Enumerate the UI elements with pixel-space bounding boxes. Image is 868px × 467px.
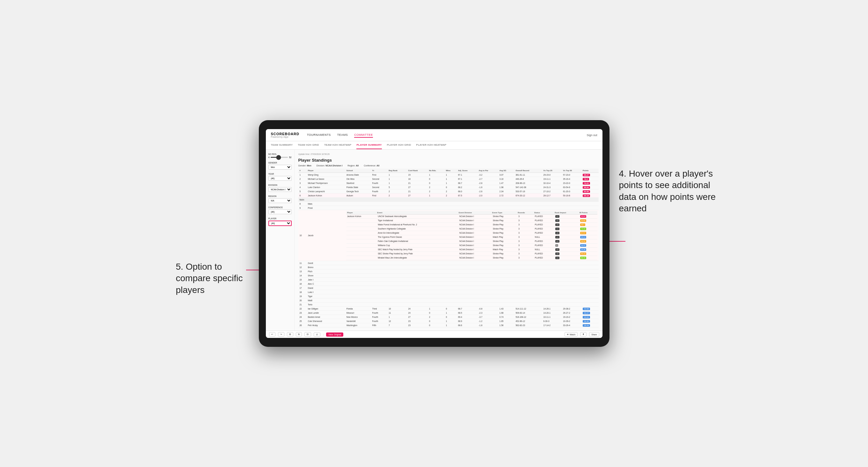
cell-overall: 381-61-11 bbox=[514, 173, 542, 177]
sub-nav-player-h2h-heatmap[interactable]: PLAYER H2H HEATMAP bbox=[416, 141, 446, 149]
col-rank: # bbox=[298, 168, 307, 173]
sub-nav-player-summary[interactable]: PLAYER SUMMARY bbox=[356, 141, 381, 149]
sub-nav-player-h2h-grid[interactable]: PLAYER H2H GRID bbox=[387, 141, 411, 149]
cell-points[interactable]: 88.27 bbox=[582, 173, 598, 177]
redo-button[interactable]: ↪ bbox=[278, 332, 284, 337]
table-row: 4 Luke Clanton Florida State Second 5 27… bbox=[298, 185, 599, 189]
col-no-rds: No Rds. bbox=[428, 168, 445, 173]
filter-division: Division: NCAA Division I bbox=[316, 164, 342, 167]
cell-vs50: 57-23-0 bbox=[562, 173, 582, 177]
sidebar-player-select[interactable]: (All) bbox=[269, 221, 292, 226]
table-row: 11Gordt bbox=[298, 261, 599, 265]
table-row: 1 Wenyi Ding Arizona State First 1 15 1 … bbox=[298, 173, 599, 177]
nav-right: Sign out bbox=[587, 133, 597, 137]
table-row: 13Plich bbox=[298, 269, 599, 274]
sidebar-min: 4 bbox=[269, 156, 270, 158]
sidebar-division: Division NCAA Division I bbox=[269, 184, 292, 192]
col-vs-top25: Vs Top 25 bbox=[542, 168, 562, 173]
share-button[interactable]: Share bbox=[589, 332, 599, 337]
sidebar-player: Player (All) bbox=[269, 217, 292, 226]
logo-title: SCOREBOARD bbox=[271, 132, 299, 136]
sidebar: No Rds. 4 52 Gender Men bbox=[266, 150, 294, 331]
copy-button[interactable]: ⧉ bbox=[296, 332, 302, 337]
cell-adj: 67.1 bbox=[457, 173, 477, 177]
filter-region: Region: All bbox=[347, 164, 359, 167]
table-row: 24 Bastien Amat New Mexico Fourth 1 27 2… bbox=[298, 315, 599, 319]
annotation-right: 4. Hover over a player's points to see a… bbox=[619, 168, 718, 215]
col-adj-score: Adj. Score bbox=[457, 168, 477, 173]
sidebar-division-label: Division bbox=[269, 184, 292, 186]
col-vs-top50: Vs Top 50 bbox=[562, 168, 582, 173]
table-row: 16Alex C bbox=[298, 282, 599, 286]
col-yr: Yr bbox=[371, 168, 388, 173]
sidebar-year-label: Year bbox=[269, 173, 292, 175]
undo-button[interactable]: ↩ bbox=[269, 332, 275, 337]
filter-conference: Conference: All bbox=[364, 164, 379, 167]
tablet-frame: SCOREBOARD Powered by clippi TOURNAMENTS… bbox=[259, 120, 610, 347]
sidebar-year-select[interactable]: (All) bbox=[269, 176, 292, 181]
table-row: 5 Christo Lamprecht Georgia Tech Fourth … bbox=[298, 189, 599, 193]
col-to-par: Avg to Par bbox=[477, 168, 498, 173]
table-row: 2 Michael La Sasso Ole Miss Second 1 18 … bbox=[298, 177, 599, 181]
download-button[interactable]: ⬇ bbox=[580, 332, 587, 337]
sidebar-range: 4 52 bbox=[269, 156, 292, 158]
sidebar-conference-label: Conference bbox=[269, 206, 292, 209]
table-row: 15Jake I bbox=[298, 278, 599, 282]
sub-nav-team-h2h-heatmap[interactable]: TEAM H2H HEATMAP bbox=[324, 141, 351, 149]
cell-school: Arizona State bbox=[345, 173, 371, 177]
clock-button[interactable]: ⏱ bbox=[314, 333, 320, 337]
divider-cell: Nichi bbox=[298, 198, 599, 202]
sidebar-player-label: Player bbox=[269, 217, 292, 220]
table-row: 14Shore bbox=[298, 274, 599, 278]
sub-nav-team-h2h-grid[interactable]: TEAM H2H GRID bbox=[298, 141, 319, 149]
cell-reg-rank: 1 bbox=[387, 173, 407, 177]
filter-gender: Gender: Men bbox=[298, 164, 311, 167]
sidebar-max: 52 bbox=[289, 156, 292, 158]
cell-to-par: -3.2 bbox=[477, 173, 498, 177]
table-row: 17David bbox=[298, 286, 599, 290]
cell-vs25: 29-15-0 bbox=[542, 173, 562, 177]
table-row: 19Tiger bbox=[298, 294, 599, 299]
tooltip-inner-table: Player Event Event Division Event Type R… bbox=[346, 211, 597, 260]
annotation-left: 5. Option to compare specific players bbox=[176, 261, 252, 296]
main-content: No Rds. 4 52 Gender Men bbox=[266, 150, 602, 331]
table-row: 20Mattl bbox=[298, 299, 599, 303]
nav-items: TOURNAMENTS TEAMS COMMITTEE bbox=[307, 133, 587, 138]
filter-button[interactable]: ⊞ bbox=[287, 332, 293, 337]
nav-committee[interactable]: COMMITTEE bbox=[354, 133, 373, 138]
table-row: 18Luke I bbox=[298, 290, 599, 294]
table-row: 9 Prest bbox=[298, 206, 599, 210]
sidebar-region-select[interactable]: N/A bbox=[269, 198, 292, 203]
watch-button[interactable]: 👁 Watch bbox=[564, 332, 578, 337]
table-row: 8 Mats bbox=[298, 202, 599, 206]
table-header-row: # Player School Yr Reg Rank Conf Rank No… bbox=[298, 168, 599, 173]
cell-yr: First bbox=[371, 173, 388, 177]
nav-sign-out[interactable]: Sign out bbox=[587, 133, 597, 137]
cell-player: Wenyi Ding bbox=[307, 173, 345, 177]
table-row: 23 Jack Lundin Missouri Fourth 11 24 0 1… bbox=[298, 311, 599, 315]
col-player: Player bbox=[307, 168, 345, 173]
sidebar-division-select[interactable]: NCAA Division I bbox=[269, 187, 292, 192]
view-original-button[interactable]: View: Original bbox=[326, 333, 343, 337]
sidebar-gender: Gender Men bbox=[269, 162, 292, 169]
col-avg-sg: Avg SG bbox=[498, 168, 515, 173]
export-button[interactable]: ⊟· bbox=[304, 332, 311, 337]
sub-nav: TEAM SUMMARY TEAM H2H GRID TEAM H2H HEAT… bbox=[266, 141, 602, 150]
filters-row: Gender: Men Division: NCAA Division I Re… bbox=[298, 164, 599, 167]
col-points: Points bbox=[582, 168, 598, 173]
nav-teams[interactable]: TEAMS bbox=[337, 133, 348, 138]
panel-title: Player Standings bbox=[298, 158, 599, 162]
main-table: # Player School Yr Reg Rank Conf Rank No… bbox=[298, 168, 599, 328]
sidebar-conference-select[interactable]: (All) bbox=[269, 210, 292, 214]
sidebar-region-label: Region bbox=[269, 195, 292, 197]
nav-tournaments[interactable]: TOURNAMENTS bbox=[307, 133, 331, 138]
sidebar-region: Region N/A bbox=[269, 195, 292, 203]
table-row: 22 Ian Gilligan Florida Third 10 24 1 0 … bbox=[298, 307, 599, 311]
sidebar-gender-select[interactable]: Men bbox=[269, 165, 292, 169]
sidebar-range-input[interactable] bbox=[270, 157, 288, 158]
sub-nav-team-summary[interactable]: TEAM SUMMARY bbox=[271, 141, 293, 149]
table-row: 25 Cole Sherwood Vanderbilt Fourth 12 23… bbox=[298, 319, 599, 323]
logo-sub: Powered by clippi bbox=[271, 136, 299, 138]
update-time: Update time: 27/03/2024 16:56:26 bbox=[298, 153, 599, 155]
table-row-tooltip: 10 Jacob Player Event bbox=[298, 210, 599, 261]
